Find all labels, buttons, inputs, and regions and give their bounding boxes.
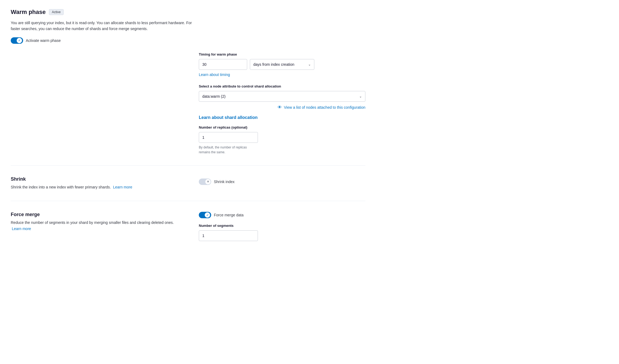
segments-input[interactable] xyxy=(199,230,258,241)
force-merge-toggle-row: ✓ Force merge data xyxy=(199,212,365,218)
replicas-label: Number of replicas (optional) xyxy=(199,125,365,129)
force-merge-section-layout: Force merge Reduce the number of segment… xyxy=(11,212,365,241)
timing-label: Timing for warm phase xyxy=(199,52,365,56)
timing-row: days from index creation ⌄ xyxy=(199,59,365,70)
eye-icon: 👁 xyxy=(278,105,282,110)
shrink-description: Shrink the index into a new index with f… xyxy=(11,184,177,190)
force-merge-data-label: Force merge data xyxy=(214,213,244,217)
timing-value-input[interactable] xyxy=(199,59,247,70)
shrink-title: Shrink xyxy=(11,176,177,182)
timing-dropdown-value: days from index creation xyxy=(253,62,294,67)
warm-phase-header: Warm phase Active xyxy=(11,9,365,16)
phase-title: Warm phase xyxy=(11,9,46,16)
shrink-toggle-track: ✕ xyxy=(199,179,211,185)
node-attribute-section: Select a node attribute to control shard… xyxy=(199,84,365,120)
toggle-thumb: ✓ xyxy=(17,38,22,43)
shrink-right-col: ✕ Shrink index xyxy=(199,176,365,185)
view-nodes-link[interactable]: View a list of nodes attached to this co… xyxy=(284,105,365,110)
right-col: Timing for warm phase days from index cr… xyxy=(199,52,365,155)
timing-section: Timing for warm phase days from index cr… xyxy=(199,52,365,77)
shrink-left-col: Shrink Shrink the index into a new index… xyxy=(11,176,177,190)
active-badge: Active xyxy=(49,9,64,15)
toggle-check-icon: ✓ xyxy=(18,39,20,42)
activate-warm-phase-toggle[interactable]: ✓ xyxy=(11,37,23,44)
shard-alloc-link[interactable]: Learn about shard allocation xyxy=(199,115,365,120)
learn-about-timing-link[interactable]: Learn about timing xyxy=(199,72,230,77)
shrink-index-label: Shrink index xyxy=(214,180,235,184)
segments-label: Number of segments xyxy=(199,224,365,228)
toggle-track-on: ✓ xyxy=(11,37,23,44)
force-merge-left-col: Force merge Reduce the number of segment… xyxy=(11,212,177,232)
node-attribute-dropdown[interactable]: data:warm (2) ⌄ xyxy=(199,91,365,102)
page-container: Warm phase Active You are still querying… xyxy=(0,0,376,250)
two-col-layout: Timing for warm phase days from index cr… xyxy=(11,52,365,155)
section-divider-1 xyxy=(11,165,365,166)
chevron-down-icon-2: ⌄ xyxy=(359,94,362,98)
view-nodes-row: 👁 View a list of nodes attached to this … xyxy=(199,105,365,110)
shrink-section-layout: Shrink Shrink the index into a new index… xyxy=(11,176,365,190)
force-merge-learn-more-link[interactable]: Learn more xyxy=(12,227,31,231)
force-merge-toggle[interactable]: ✓ xyxy=(199,212,211,218)
force-merge-right-col: ✓ Force merge data Number of segments xyxy=(199,212,365,241)
force-merge-thumb: ✓ xyxy=(205,212,210,218)
chevron-down-icon: ⌄ xyxy=(308,63,311,66)
shrink-learn-more-link[interactable]: Learn more xyxy=(113,185,132,189)
force-merge-title: Force merge xyxy=(11,212,177,217)
replicas-section: Number of replicas (optional) By default… xyxy=(199,125,365,155)
x-icon: ✕ xyxy=(207,180,209,183)
node-attribute-value: data:warm (2) xyxy=(202,94,225,99)
shrink-toggle-row: ✕ Shrink index xyxy=(199,179,365,185)
activate-toggle-row: ✓ Activate warm phase xyxy=(11,37,365,44)
force-merge-description: Reduce the number of segments in your sh… xyxy=(11,220,177,232)
x-thumb: ✕ xyxy=(205,179,211,184)
replicas-input[interactable] xyxy=(199,132,258,143)
section-divider-2 xyxy=(11,201,365,201)
segments-section: Number of segments xyxy=(199,224,365,241)
node-attribute-label: Select a node attribute to control shard… xyxy=(199,84,365,88)
force-merge-check-icon: ✓ xyxy=(206,214,208,217)
timing-dropdown[interactable]: days from index creation ⌄ xyxy=(250,59,314,70)
activate-warm-phase-label: Activate warm phase xyxy=(26,38,61,43)
replicas-hint: By default, the number of replicas remai… xyxy=(199,145,253,155)
force-merge-toggle-track: ✓ xyxy=(199,212,211,218)
phase-description: You are still querying your index, but i… xyxy=(11,20,193,32)
shrink-index-toggle[interactable]: ✕ xyxy=(199,179,211,185)
